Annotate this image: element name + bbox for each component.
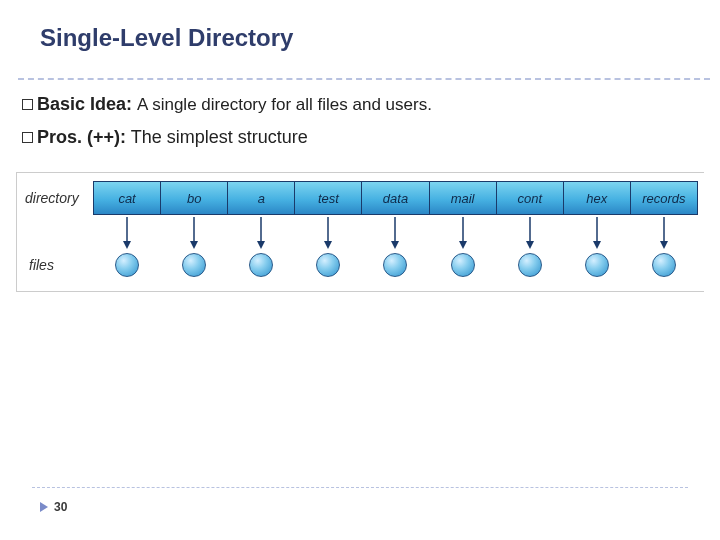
files-row-label: files bbox=[23, 257, 93, 273]
file-node-icon bbox=[518, 253, 542, 277]
bullet-list: Basic Idea: A single directory for all f… bbox=[22, 90, 432, 156]
svg-marker-13 bbox=[526, 241, 534, 249]
arrow-down-icon bbox=[255, 215, 267, 251]
file-node-icon bbox=[451, 253, 475, 277]
arrow-row bbox=[93, 215, 698, 253]
arrow-down-icon bbox=[121, 215, 133, 251]
slide-title: Single-Level Directory bbox=[40, 24, 293, 52]
bullet-label: Basic Idea: bbox=[37, 94, 132, 114]
bullet-label: Pros. (++): bbox=[37, 127, 126, 147]
divider-top bbox=[18, 78, 710, 80]
svg-marker-3 bbox=[190, 241, 198, 249]
arrow-down-icon bbox=[389, 215, 401, 251]
page-number-wrap: 30 bbox=[40, 500, 67, 514]
page-number: 30 bbox=[54, 500, 67, 514]
directory-entry: cat bbox=[94, 182, 161, 214]
arrow-down-icon bbox=[188, 215, 200, 251]
bullet-text: The simplest structure bbox=[131, 127, 308, 147]
arrow-down-icon bbox=[658, 215, 670, 251]
svg-marker-11 bbox=[459, 241, 467, 249]
directory-entry: data bbox=[362, 182, 429, 214]
file-node-icon bbox=[652, 253, 676, 277]
file-node-icon bbox=[316, 253, 340, 277]
directory-entry: test bbox=[295, 182, 362, 214]
arrow-down-icon bbox=[524, 215, 536, 251]
file-node-icon bbox=[585, 253, 609, 277]
directory-entry: mail bbox=[430, 182, 497, 214]
arrow-down-icon bbox=[591, 215, 603, 251]
directory-row-label: directory bbox=[23, 190, 93, 206]
directory-row: directory cat bo a test data mail cont h… bbox=[23, 181, 698, 215]
svg-marker-9 bbox=[391, 241, 399, 249]
file-nodes bbox=[93, 253, 698, 277]
svg-marker-5 bbox=[257, 241, 265, 249]
directory-boxes: cat bo a test data mail cont hex records bbox=[93, 181, 698, 215]
directory-entry: cont bbox=[497, 182, 564, 214]
file-node-icon bbox=[115, 253, 139, 277]
arrow-down-icon bbox=[322, 215, 334, 251]
bullet-marker-icon bbox=[22, 99, 33, 110]
arrow-down-icon bbox=[457, 215, 469, 251]
directory-diagram: directory cat bo a test data mail cont h… bbox=[16, 172, 704, 292]
svg-marker-17 bbox=[660, 241, 668, 249]
bullet-marker-icon bbox=[22, 132, 33, 143]
file-node-icon bbox=[249, 253, 273, 277]
file-node-icon bbox=[383, 253, 407, 277]
divider-bottom bbox=[32, 487, 688, 488]
bullet-item: Basic Idea: A single directory for all f… bbox=[22, 90, 432, 119]
page-marker-icon bbox=[40, 502, 48, 512]
file-node-icon bbox=[182, 253, 206, 277]
directory-entry: records bbox=[631, 182, 697, 214]
files-row: files bbox=[23, 253, 698, 277]
directory-entry: hex bbox=[564, 182, 631, 214]
svg-marker-1 bbox=[123, 241, 131, 249]
bullet-text: A single directory for all files and use… bbox=[137, 95, 432, 114]
bullet-item: Pros. (++): The simplest structure bbox=[22, 123, 432, 152]
svg-marker-7 bbox=[324, 241, 332, 249]
directory-entry: bo bbox=[161, 182, 228, 214]
svg-marker-15 bbox=[593, 241, 601, 249]
directory-entry: a bbox=[228, 182, 295, 214]
